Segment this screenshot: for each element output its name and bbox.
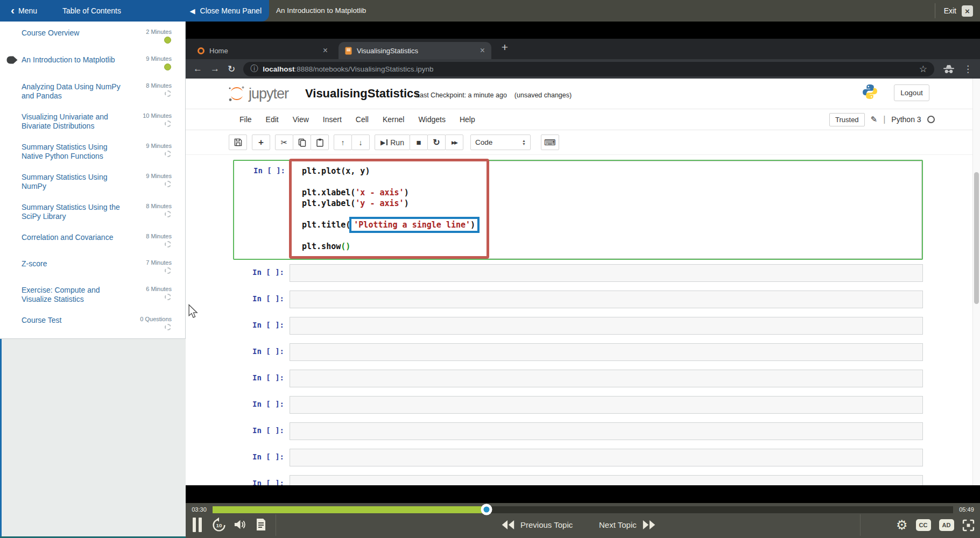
toc-item[interactable]: Summary Statistics Using Native Python F…: [0, 137, 185, 167]
empty-code-cell[interactable]: In [ ]:: [233, 291, 923, 308]
transcript-button[interactable]: [256, 518, 266, 531]
volume-button[interactable]: [234, 519, 247, 530]
bookmark-star-icon[interactable]: ☆: [919, 63, 927, 75]
empty-code-cell[interactable]: In [ ]:: [233, 317, 923, 335]
empty-code-cell[interactable]: In [ ]:: [233, 475, 923, 485]
video-player-region[interactable]: Home × VisualisingStatistics × + ← →: [186, 22, 980, 538]
rewind-10-button[interactable]: 10: [211, 518, 227, 533]
empty-code-cell[interactable]: In [ ]:: [233, 422, 923, 440]
empty-code-cell[interactable]: In [ ]:: [233, 264, 923, 282]
exit-close-button[interactable]: ×: [962, 5, 973, 17]
reload-icon[interactable]: ↻: [228, 63, 235, 75]
close-menu-panel-button[interactable]: ◀ Close Menu Panel: [190, 6, 262, 15]
closed-captions-button[interactable]: CC: [916, 519, 931, 531]
toc-item-label[interactable]: Summary Statistics Using NumPy: [22, 173, 125, 191]
menu-widgets[interactable]: Widgets: [411, 115, 453, 124]
toc-item[interactable]: Visualizing Univariate and Bivariate Dis…: [0, 107, 185, 137]
interrupt-kernel-button[interactable]: ■: [410, 134, 428, 150]
toc-item[interactable]: Analyzing Data Using NumPy and Pandas 8 …: [0, 76, 185, 107]
run-cell-button[interactable]: ▶ Run: [375, 134, 410, 150]
audio-description-button[interactable]: AD: [939, 519, 954, 531]
paste-cell-button[interactable]: [311, 134, 329, 150]
browser-tab-notebook[interactable]: VisualisingStatistics ×: [339, 42, 491, 59]
seek-bar[interactable]: [213, 506, 953, 513]
toc-item-label[interactable]: An Introduction to Matplotlib: [22, 55, 125, 70]
copy-cell-button[interactable]: [293, 134, 311, 150]
toc-item-label[interactable]: Z-score: [22, 259, 125, 274]
restart-kernel-button[interactable]: ↻: [427, 134, 446, 150]
code-editor[interactable]: plt.plot(x, y) plt.xlabel('x - axis')plt…: [291, 161, 921, 252]
add-cell-button[interactable]: +: [252, 134, 270, 150]
browser-menu-icon[interactable]: ⋮: [963, 63, 972, 75]
site-info-icon[interactable]: ⓘ: [250, 64, 258, 74]
cell-input[interactable]: [290, 396, 923, 414]
toc-item[interactable]: An Introduction to Matplotlib 9 Minutes: [0, 49, 185, 76]
code-cell-selected[interactable]: In [ ]: plt.plot(x, y) plt.xlabel('x - a…: [233, 160, 923, 260]
toc-item[interactable]: Correlation and Covariance 8 Minutes: [0, 227, 185, 253]
cell-input[interactable]: plt.plot(x, y) plt.xlabel('x - axis')plt…: [291, 161, 922, 259]
cell-input[interactable]: [290, 291, 923, 308]
menu-edit[interactable]: Edit: [259, 115, 286, 124]
notebook-title[interactable]: VisualisingStatistics: [305, 87, 420, 101]
restart-run-all-button[interactable]: ▶▶: [445, 134, 463, 150]
next-topic-button[interactable]: Next Topic: [599, 520, 657, 530]
cell-input[interactable]: [290, 475, 923, 485]
browser-tab-home[interactable]: Home ×: [191, 42, 334, 59]
previous-topic-button[interactable]: Previous Topic: [500, 520, 573, 530]
toc-item[interactable]: Exercise: Compute and Visualize Statisti…: [0, 280, 185, 310]
cell-input[interactable]: [290, 317, 923, 335]
forward-icon[interactable]: →: [210, 63, 220, 74]
empty-code-cell[interactable]: In [ ]:: [233, 449, 923, 466]
cell-input[interactable]: [290, 264, 923, 282]
trusted-button[interactable]: Trusted: [829, 113, 865, 126]
move-cell-down-button[interactable]: ↓: [351, 134, 370, 150]
fullscreen-icon[interactable]: [962, 519, 975, 532]
cell-input[interactable]: [290, 370, 923, 387]
menu-cell[interactable]: Cell: [349, 115, 376, 124]
menu-button[interactable]: ‹ Menu: [11, 6, 37, 15]
cut-cell-button[interactable]: ✂: [275, 134, 293, 150]
exit-label[interactable]: Exit: [944, 6, 956, 15]
empty-code-cell[interactable]: In [ ]:: [233, 370, 923, 387]
tab-close-icon[interactable]: ×: [480, 46, 485, 55]
jupyter-logo[interactable]: jupyter: [228, 85, 288, 102]
page-scrollbar[interactable]: [972, 79, 980, 485]
toc-item-label[interactable]: Analyzing Data Using NumPy and Pandas: [22, 82, 125, 101]
back-icon[interactable]: ←: [193, 63, 202, 74]
url-text[interactable]: localhost:8888/notebooks/VisualisingStat…: [263, 65, 433, 73]
cell-type-select[interactable]: Code ▲▼: [470, 134, 531, 150]
menu-view[interactable]: View: [286, 115, 316, 124]
empty-code-cell[interactable]: In [ ]:: [233, 396, 923, 414]
toc-item-label[interactable]: Course Overview: [22, 29, 125, 44]
menu-kernel[interactable]: Kernel: [376, 115, 411, 124]
toc-item[interactable]: Summary Statistics Using NumPy 9 Minutes: [0, 167, 185, 197]
logout-button[interactable]: Logout: [894, 84, 929, 101]
toc-item[interactable]: Z-score 7 Minutes: [0, 253, 185, 280]
toc-item[interactable]: Summary Statistics Using the SciPy Libra…: [0, 197, 185, 227]
toc-item-label[interactable]: Correlation and Covariance: [22, 233, 125, 247]
move-cell-up-button[interactable]: ↑: [334, 134, 352, 150]
menu-file[interactable]: File: [232, 115, 259, 124]
menu-insert[interactable]: Insert: [316, 115, 349, 124]
toc-item-label[interactable]: Course Test: [22, 316, 125, 330]
menu-help[interactable]: Help: [453, 115, 482, 124]
address-bar[interactable]: ⓘ localhost:8888/notebooks/VisualisingSt…: [243, 62, 934, 76]
pause-button[interactable]: [193, 518, 202, 532]
toc-item-label[interactable]: Visualizing Univariate and Bivariate Dis…: [22, 112, 125, 131]
settings-gear-icon[interactable]: ⚙: [896, 519, 908, 532]
tab-close-icon[interactable]: ×: [323, 46, 328, 55]
new-tab-button[interactable]: +: [498, 41, 512, 54]
toc-item[interactable]: Course Test 0 Questions: [0, 310, 185, 336]
save-button[interactable]: [229, 134, 247, 150]
cell-input[interactable]: [290, 422, 923, 440]
scrollbar-thumb[interactable]: [974, 172, 979, 304]
toc-item[interactable]: Course Overview 2 Minutes: [0, 23, 185, 49]
empty-code-cell[interactable]: In [ ]:: [233, 343, 923, 361]
code-line: plt.xlabel('x - axis'): [302, 187, 921, 198]
command-palette-button[interactable]: ⌨: [541, 134, 559, 150]
toc-item-label[interactable]: Exercise: Compute and Visualize Statisti…: [22, 286, 125, 304]
cell-input[interactable]: [290, 449, 923, 466]
toc-item-label[interactable]: Summary Statistics Using Native Python F…: [22, 143, 125, 161]
cell-input[interactable]: [290, 343, 923, 361]
toc-item-label[interactable]: Summary Statistics Using the SciPy Libra…: [22, 203, 125, 221]
